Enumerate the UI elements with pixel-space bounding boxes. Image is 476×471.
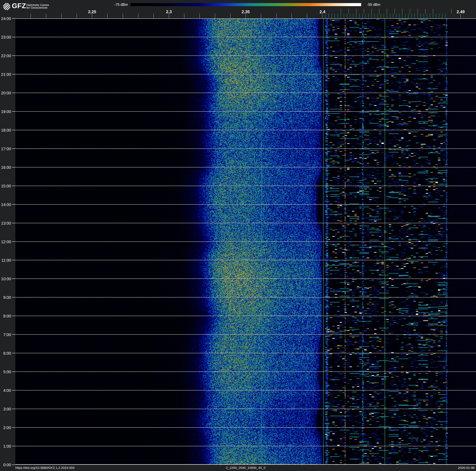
freq-axis-label: 2.4	[320, 10, 325, 14]
time-axis-tick	[12, 260, 15, 260]
ble-channel-tick	[335, 14, 335, 18]
ble-channel-tick	[338, 14, 338, 18]
time-axis-label: 18:00	[0, 128, 11, 133]
time-axis-label: 22:00	[0, 54, 11, 58]
colorbar	[131, 3, 361, 6]
freq-minor-tick	[230, 14, 230, 18]
brand-line2: for Geosciences	[26, 6, 49, 9]
time-axis-tick	[12, 167, 15, 167]
freq-axis-label: 2.3	[166, 10, 172, 14]
ble-channel-tick	[408, 14, 408, 18]
ble-channel-tick	[332, 14, 332, 18]
wifi-channel-tick	[418, 9, 418, 14]
freq-minor-tick	[215, 14, 215, 18]
time-axis-label: 2:00	[0, 425, 11, 430]
date-label: 2026-01-06	[458, 466, 475, 470]
freq-minor-tick	[184, 14, 184, 18]
wifi-channel-tick	[364, 9, 364, 14]
time-axis-label: 21:00	[0, 72, 11, 77]
ble-channel-tick	[347, 14, 347, 18]
colorbar-min-label: -75 dBm	[97, 3, 128, 7]
ble-channel-tick	[421, 14, 421, 18]
time-axis-tick	[12, 241, 15, 242]
brand-subtitle: Helmholtz Centre for Geosciences	[26, 4, 49, 9]
freq-minor-tick	[276, 14, 276, 18]
ble-channel-tick	[399, 14, 399, 18]
spectrogram-page: GFZ Helmholtz Centre for Geosciences -75…	[0, 0, 476, 471]
time-axis-tick	[12, 316, 15, 316]
time-axis-label: 19:00	[0, 109, 11, 114]
spectrogram-canvas	[15, 18, 476, 465]
ble-channel-tick	[430, 14, 430, 18]
time-axis-label: 7:00	[0, 332, 11, 337]
time-axis-tick	[12, 427, 15, 428]
time-axis-label: 8:00	[0, 314, 11, 319]
time-axis-tick	[12, 279, 15, 279]
time-axis-tick	[12, 148, 15, 149]
time-axis-tick	[12, 372, 15, 372]
ble-channel-tick	[405, 14, 406, 18]
ble-channel-tick	[359, 14, 359, 18]
freq-minor-tick	[138, 14, 138, 18]
ble-channel-tick	[418, 14, 418, 18]
time-axis-label: 0:00	[0, 463, 11, 467]
freq-minor-tick	[123, 14, 123, 18]
freq-minor-tick	[292, 14, 292, 18]
ble-channel-tick	[350, 14, 350, 18]
time-axis-tick	[12, 111, 15, 112]
time-axis-tick	[12, 55, 15, 56]
ble-channel-tick	[356, 14, 357, 18]
time-axis-label: 1:00	[0, 444, 11, 449]
time-axis-label: 23:00	[0, 35, 11, 40]
ble-channel-tick	[384, 14, 384, 18]
ble-channel-tick	[433, 14, 433, 18]
time-axis-tick	[12, 297, 15, 297]
time-axis-tick	[12, 390, 15, 390]
time-axis-tick	[12, 334, 15, 335]
ble-channel-tick	[411, 14, 412, 18]
ble-channel-tick	[427, 14, 427, 18]
ble-channel-tick	[374, 14, 375, 18]
ble-channel-tick	[387, 14, 387, 18]
wifi-channel-tick	[402, 9, 402, 14]
freq-axis-label: 2.25	[88, 10, 96, 14]
time-axis-tick	[12, 409, 15, 409]
ble-channel-tick	[341, 14, 341, 18]
time-axis-label: 9:00	[0, 295, 11, 300]
freq-minor-tick	[31, 14, 31, 18]
time-axis-label: 6:00	[0, 351, 11, 356]
dataset-label: 2_2200_2500_10000_40_0	[226, 466, 266, 470]
freq-minor-tick	[61, 14, 62, 18]
wifi-channel-tick	[425, 9, 425, 14]
time-axis-tick	[12, 18, 15, 18]
freq-minor-tick	[307, 14, 307, 18]
freq-minor-tick	[107, 14, 108, 18]
ble-channel-tick	[372, 14, 372, 18]
ble-channel-tick	[390, 14, 390, 18]
freq-minor-tick	[200, 14, 200, 18]
time-axis-label: 11:00	[0, 258, 11, 263]
time-axis-label: 17:00	[0, 146, 11, 151]
wifi-channel-tick	[433, 9, 433, 14]
freq-minor-tick	[77, 14, 77, 18]
wifi-channel-tick	[372, 9, 372, 14]
wifi-channel-tick	[394, 9, 395, 14]
time-axis-label: 5:00	[0, 370, 11, 374]
freq-axis-label: 2.49	[457, 10, 465, 14]
time-axis-tick	[12, 446, 15, 446]
brand-gfz: GFZ	[12, 2, 26, 10]
ble-channel-tick	[328, 14, 329, 18]
wifi-channel-tick	[379, 9, 379, 14]
doi-link[interactable]: https://doi.org/10.5880/GFZ.1.2.2024.003	[15, 466, 74, 470]
wifi-channel-tick	[410, 9, 410, 14]
time-axis-tick	[12, 204, 15, 205]
ble-channel-tick	[402, 14, 402, 18]
freq-minor-tick	[46, 14, 46, 18]
time-axis-tick	[12, 353, 15, 353]
freq-axis-label: 2.35	[242, 10, 250, 14]
time-axis-label: 15:00	[0, 184, 11, 188]
time-axis-tick	[12, 465, 15, 465]
ble-channel-tick	[365, 14, 366, 18]
ble-channel-tick	[393, 14, 393, 18]
ble-channel-tick	[439, 14, 439, 18]
